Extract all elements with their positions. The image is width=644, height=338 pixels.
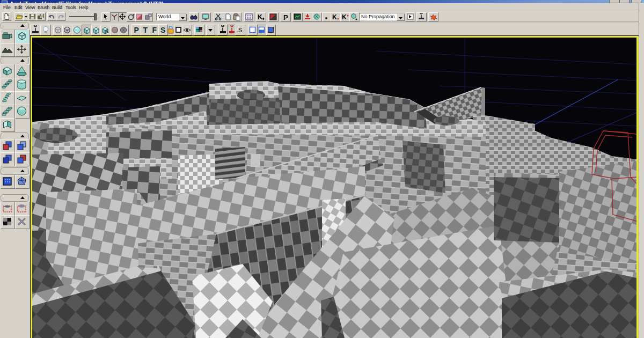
- svg-text:S: S: [160, 26, 165, 34]
- svg-text:K: K: [258, 13, 262, 21]
- svg-text:T: T: [143, 26, 148, 34]
- svg-text:P: P: [134, 26, 139, 34]
- svg-text:K: K: [332, 13, 337, 21]
- svg-text:K: K: [342, 13, 347, 21]
- svg-text:.S: .S: [237, 27, 242, 33]
- svg-text:F: F: [152, 26, 157, 34]
- svg-text:P: P: [283, 13, 288, 21]
